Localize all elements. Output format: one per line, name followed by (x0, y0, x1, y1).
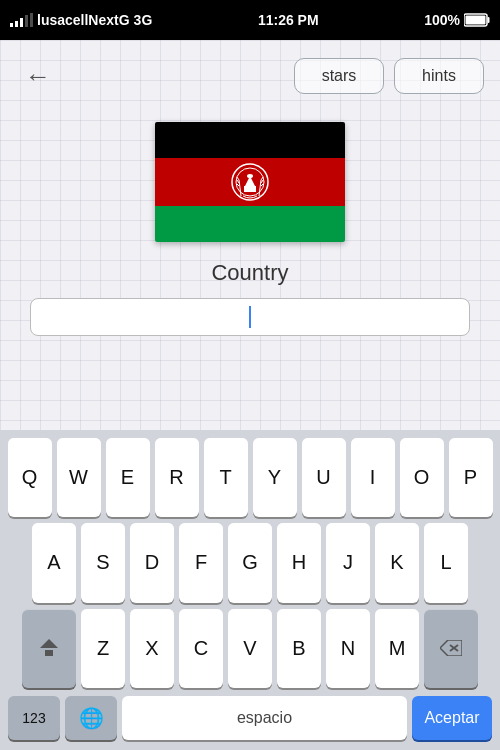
num-button[interactable]: 123 (8, 696, 60, 740)
hints-button[interactable]: hints (394, 58, 484, 94)
svg-point-7 (247, 174, 253, 178)
svg-line-13 (261, 177, 263, 180)
flag-stripe-red (155, 158, 345, 206)
key-t[interactable]: T (204, 438, 248, 517)
key-s[interactable]: S (81, 523, 125, 602)
svg-line-9 (237, 177, 239, 180)
country-flag (155, 122, 345, 242)
signal-icon (10, 13, 33, 27)
key-l[interactable]: L (424, 523, 468, 602)
key-y[interactable]: Y (253, 438, 297, 517)
key-f[interactable]: F (179, 523, 223, 602)
svg-marker-16 (440, 640, 462, 656)
keyboard-row-1: Q W E R T Y U I O P (4, 438, 496, 517)
backspace-icon (440, 640, 462, 656)
keyboard-bottom-row: 123 🌐 espacio Aceptar (4, 694, 496, 746)
accept-button[interactable]: Aceptar (412, 696, 492, 740)
key-w[interactable]: W (57, 438, 101, 517)
shift-icon (40, 641, 58, 656)
app-area: ← stars hints (0, 40, 500, 430)
text-input[interactable] (30, 298, 470, 336)
key-p[interactable]: P (449, 438, 493, 517)
flag-stripe-black (155, 122, 345, 158)
key-m[interactable]: M (375, 609, 419, 688)
carrier-label: lusacellNextG (37, 12, 130, 28)
time-label: 11:26 PM (258, 12, 319, 28)
key-e[interactable]: E (106, 438, 150, 517)
key-i[interactable]: I (351, 438, 395, 517)
top-bar: ← stars hints (0, 40, 500, 112)
battery-icon (464, 13, 490, 27)
key-g[interactable]: G (228, 523, 272, 602)
key-d[interactable]: D (130, 523, 174, 602)
key-h[interactable]: H (277, 523, 321, 602)
svg-line-12 (259, 180, 261, 196)
battery-label: 100% (424, 12, 460, 28)
svg-rect-2 (466, 16, 486, 25)
key-o[interactable]: O (400, 438, 444, 517)
network-label: 3G (134, 12, 153, 28)
flag-emblem (226, 158, 274, 206)
key-x[interactable]: X (130, 609, 174, 688)
back-arrow-icon: ← (25, 61, 51, 92)
key-z[interactable]: Z (81, 609, 125, 688)
key-k[interactable]: K (375, 523, 419, 602)
svg-line-8 (239, 180, 241, 196)
shift-button[interactable] (22, 609, 76, 688)
country-label: Country (0, 260, 500, 286)
key-v[interactable]: V (228, 609, 272, 688)
status-bar: lusacellNextG 3G 11:26 PM 100% (0, 0, 500, 40)
svg-line-15 (261, 184, 263, 186)
globe-button[interactable]: 🌐 (65, 696, 117, 740)
flag-stripe-green (155, 206, 345, 242)
back-button[interactable]: ← (16, 54, 60, 98)
svg-rect-1 (488, 17, 490, 23)
status-left: lusacellNextG 3G (10, 12, 152, 28)
key-n[interactable]: N (326, 609, 370, 688)
key-u[interactable]: U (302, 438, 346, 517)
key-b[interactable]: B (277, 609, 321, 688)
key-c[interactable]: C (179, 609, 223, 688)
key-q[interactable]: Q (8, 438, 52, 517)
key-r[interactable]: R (155, 438, 199, 517)
keyboard-row-3: Z X C V B N M (4, 609, 496, 688)
key-a[interactable]: A (32, 523, 76, 602)
globe-icon: 🌐 (79, 706, 104, 730)
svg-rect-5 (244, 186, 256, 192)
keyboard-row-2: A S D F G H J K L (4, 523, 496, 602)
text-cursor (249, 306, 251, 328)
space-button[interactable]: espacio (122, 696, 407, 740)
status-right: 100% (424, 12, 490, 28)
backspace-button[interactable] (424, 609, 478, 688)
key-j[interactable]: J (326, 523, 370, 602)
keyboard: Q W E R T Y U I O P A S D F G H J K L Z … (0, 430, 500, 750)
flag-container (0, 122, 500, 242)
stars-button[interactable]: stars (294, 58, 384, 94)
svg-line-11 (237, 184, 239, 186)
